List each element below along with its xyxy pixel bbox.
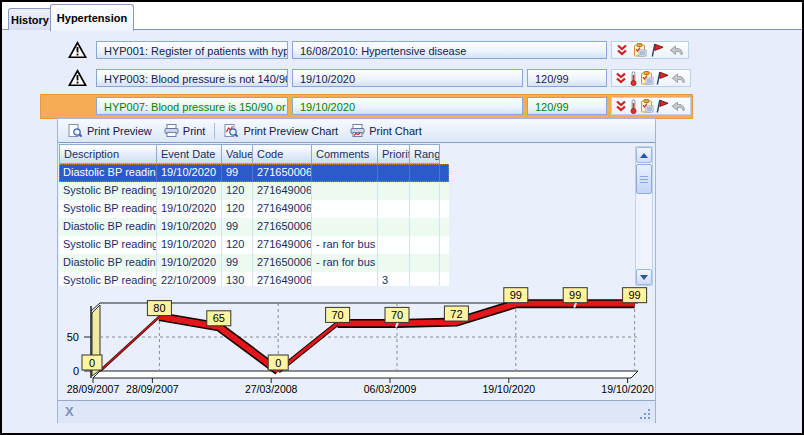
guideline-hyp007-actions (611, 97, 691, 115)
cell-code: 271649006 (253, 200, 312, 218)
column-header-comments[interactable]: Comments (312, 144, 378, 164)
tab-history-label: History (11, 14, 49, 26)
thermometer-icon[interactable] (629, 71, 638, 86)
x-axis-tick-label: 28/09/2007 (67, 383, 120, 395)
cell-value: 120 (222, 182, 253, 200)
flag-icon[interactable] (656, 71, 669, 85)
chart-series-line (100, 317, 159, 371)
column-header-code[interactable]: Code (253, 144, 312, 164)
cell-event-date: 19/10/2020 (157, 164, 222, 182)
table-vertical-scrollbar[interactable] (635, 146, 653, 286)
tab-content: HYP001: Register of patients with hypert… (2, 30, 802, 433)
guideline-hyp007-date[interactable]: 19/10/2020 (292, 97, 523, 115)
cell-value: 99 (222, 164, 253, 182)
cell-code: 271649006 (253, 182, 312, 200)
cell-code: 271650006 (253, 218, 312, 236)
cell-priority (378, 254, 410, 272)
cell-priority (378, 218, 410, 236)
x-axis-tick-label: 19/10/2020 (601, 383, 654, 395)
cell-priority (378, 236, 410, 254)
chart-point-value-label: 0 (89, 357, 95, 369)
cell-code: 271650006 (253, 254, 312, 272)
print-preview-button[interactable]: Print Preview (62, 122, 158, 140)
cell-range (410, 272, 440, 286)
guideline-hyp007-value[interactable]: 120/99 (527, 97, 607, 115)
column-header-event-date[interactable]: Event Date (157, 144, 222, 164)
cell-description: Systolic BP reading (59, 182, 157, 200)
clipboard-note-icon[interactable] (640, 71, 654, 85)
resize-grip-icon[interactable] (639, 408, 651, 420)
clipboard-note-icon[interactable] (640, 99, 654, 113)
guideline-hyp003-code[interactable]: HYP003: Blood pressure is not 140/90 or … (96, 69, 288, 87)
tab-strip: History Hypertension (2, 2, 802, 30)
cell-range (410, 200, 440, 218)
column-header-description[interactable]: Description (59, 144, 157, 164)
print-button[interactable]: Print (158, 122, 212, 139)
cell-description: Systolic BP reading (59, 236, 157, 254)
guideline-hyp001-actions (611, 41, 689, 59)
flag-icon[interactable] (656, 99, 669, 113)
cell-event-date: 19/10/2020 (157, 236, 222, 254)
guideline-hyp001-date[interactable]: 16/08/2010: Hypertensive disease (292, 41, 607, 59)
column-header-value[interactable]: Value (222, 144, 253, 164)
print-chart-icon (350, 124, 365, 137)
toolbar-separator (214, 123, 215, 139)
clipboard-note-icon[interactable] (633, 43, 647, 57)
print-preview-label: Print Preview (87, 125, 152, 137)
table-row[interactable]: Diastolic BP reading 19/10/2020 99 27165… (59, 164, 449, 182)
cell-code: 271649006 (253, 236, 312, 254)
table-row[interactable]: Systolic BP reading 19/10/2020 120 27164… (59, 200, 449, 218)
undo-icon (671, 100, 686, 112)
table-row[interactable]: Systolic BP reading 22/10/2009 130 27164… (59, 272, 449, 286)
tab-history[interactable]: History (8, 8, 52, 30)
double-chevron-down-icon[interactable] (616, 44, 628, 56)
scrollbar-thumb[interactable] (636, 164, 652, 194)
scroll-up-arrow-icon (640, 153, 648, 158)
cell-description: Systolic BP reading (59, 272, 157, 286)
undo-icon (669, 44, 684, 56)
scroll-up-button[interactable] (636, 147, 652, 163)
print-preview-chart-button[interactable]: Print Preview Chart (218, 122, 344, 140)
print-label: Print (183, 125, 206, 137)
cell-comments (312, 218, 378, 236)
double-chevron-down-icon[interactable] (615, 100, 627, 112)
cell-value: 130 (222, 272, 253, 286)
cell-comments (312, 272, 378, 286)
cell-description: Diastolic BP reading (59, 164, 157, 182)
flag-icon[interactable] (651, 43, 664, 57)
x-axis-tick-label: 28/09/2007 (126, 383, 179, 395)
table-row[interactable]: Diastolic BP reading 19/10/2020 99 27165… (59, 218, 449, 236)
column-header-range[interactable]: Range (410, 144, 440, 164)
table-row[interactable]: Systolic BP reading 19/10/2020 120 27164… (59, 236, 449, 254)
cell-range (410, 164, 440, 182)
detail-toolbar: Print Preview Print Print Preview Chart … (58, 119, 655, 143)
guideline-hyp003-actions (611, 69, 691, 87)
guideline-hyp007-code[interactable]: HYP007: Blood pressure is 150/90 or less (96, 97, 288, 115)
warning-icon (68, 41, 87, 58)
table-row[interactable]: Diastolic BP reading 19/10/2020 99 27165… (59, 254, 449, 272)
readings-table-header: Description Event Date Value Code Commen… (59, 144, 440, 164)
x-axis-tick-label: 19/10/2020 (483, 383, 536, 395)
chart-point-value-label: 65 (213, 312, 225, 324)
warning-icon (68, 69, 87, 86)
thermometer-icon[interactable] (629, 99, 638, 114)
double-chevron-down-icon[interactable] (615, 72, 627, 84)
application-window: History Hypertension HYP001: Register of… (0, 0, 804, 435)
table-row[interactable]: Systolic BP reading 19/10/2020 120 27164… (59, 182, 449, 200)
guideline-hyp001-code[interactable]: HYP001: Register of patients with hypert… (96, 41, 288, 59)
x-axis-tick-label: 27/03/2008 (245, 383, 298, 395)
cell-priority (378, 182, 410, 200)
guideline-hyp003-value[interactable]: 120/99 (527, 69, 607, 87)
scroll-down-button[interactable] (636, 269, 652, 285)
tab-hypertension[interactable]: Hypertension (50, 4, 134, 31)
print-chart-button[interactable]: Print Chart (344, 122, 428, 139)
chart-point-value-label: 72 (450, 308, 462, 320)
column-header-priority[interactable]: Priority (378, 144, 410, 164)
guideline-hyp003-date[interactable]: 19/10/2020 (292, 69, 523, 87)
close-panel-button[interactable]: X (65, 405, 74, 418)
cell-comments (312, 200, 378, 218)
print-preview-chart-icon (224, 124, 239, 138)
scroll-down-arrow-icon (640, 275, 648, 280)
print-icon (164, 124, 179, 137)
cell-priority (378, 200, 410, 218)
